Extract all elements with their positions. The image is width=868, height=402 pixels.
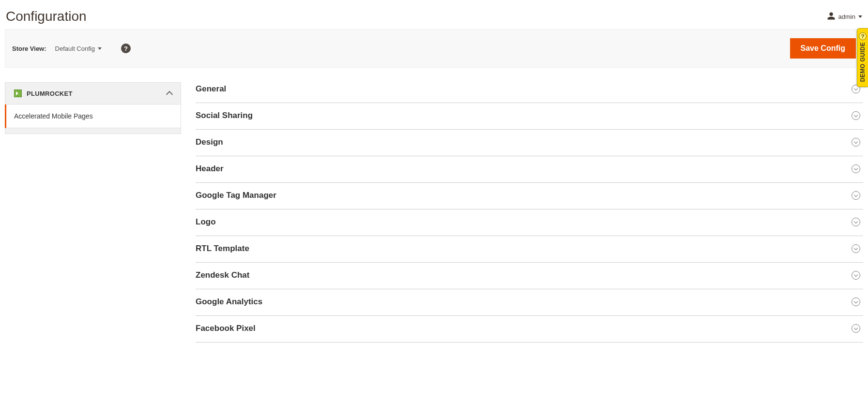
section-logo[interactable]: Logo (196, 209, 863, 236)
section-title: RTL Template (196, 244, 249, 253)
section-title: Social Sharing (196, 111, 253, 120)
page-title: Configuration (6, 9, 87, 24)
caret-down-icon (98, 47, 102, 50)
sidebar: PLUMROCKET Accelerated Mobile Pages (5, 82, 181, 134)
admin-user-menu[interactable]: admin (827, 12, 862, 22)
store-view-select[interactable]: Default Config (55, 45, 102, 52)
section-title: Facebook Pixel (196, 324, 256, 333)
section-title: Google Tag Manager (196, 191, 276, 200)
expand-icon (852, 138, 860, 147)
section-title: Header (196, 164, 224, 174)
expand-icon (852, 324, 860, 333)
sidebar-item-amp[interactable]: Accelerated Mobile Pages (5, 104, 181, 128)
sidebar-group-label: PLUMROCKET (27, 90, 73, 97)
section-header[interactable]: Header (196, 156, 863, 183)
section-rtl-template[interactable]: RTL Template (196, 236, 863, 263)
question-icon: ? (859, 32, 867, 40)
section-social-sharing[interactable]: Social Sharing (196, 103, 863, 130)
section-title: General (196, 84, 226, 94)
expand-icon (852, 271, 860, 280)
expand-icon (852, 244, 860, 253)
demo-guide-tab[interactable]: ? DEMO GUIDE (857, 28, 868, 87)
chevron-up-icon (166, 91, 173, 98)
sidebar-group-plumrocket[interactable]: PLUMROCKET (5, 82, 181, 104)
toolbar: Store View: Default Config ? Save Config (5, 29, 863, 68)
user-icon (827, 12, 836, 22)
help-icon[interactable]: ? (121, 44, 131, 53)
caret-down-icon (858, 15, 862, 18)
expand-icon (852, 111, 860, 120)
sidebar-item-label: Accelerated Mobile Pages (14, 112, 93, 120)
section-title: Zendesk Chat (196, 270, 249, 280)
section-facebook-pixel[interactable]: Facebook Pixel (196, 316, 863, 342)
store-view-value: Default Config (55, 45, 95, 52)
demo-guide-label: DEMO GUIDE (859, 42, 866, 82)
section-zendesk-chat[interactable]: Zendesk Chat (196, 263, 863, 289)
config-sections: General Social Sharing Design Header Goo… (196, 82, 863, 342)
sidebar-footer (5, 128, 181, 134)
expand-icon (852, 164, 860, 173)
section-title: Logo (196, 217, 216, 227)
expand-icon (852, 298, 860, 306)
section-general[interactable]: General (196, 82, 863, 103)
section-google-analytics[interactable]: Google Analytics (196, 289, 863, 316)
section-design[interactable]: Design (196, 130, 863, 156)
expand-icon (852, 191, 860, 200)
admin-user-label: admin (838, 13, 855, 20)
store-view-label: Store View: (12, 45, 46, 52)
section-title: Google Analytics (196, 297, 262, 307)
section-title: Design (196, 137, 223, 147)
save-config-button[interactable]: Save Config (790, 38, 856, 59)
plumrocket-logo-icon (14, 89, 22, 97)
expand-icon (852, 218, 860, 226)
section-google-tag-manager[interactable]: Google Tag Manager (196, 183, 863, 209)
